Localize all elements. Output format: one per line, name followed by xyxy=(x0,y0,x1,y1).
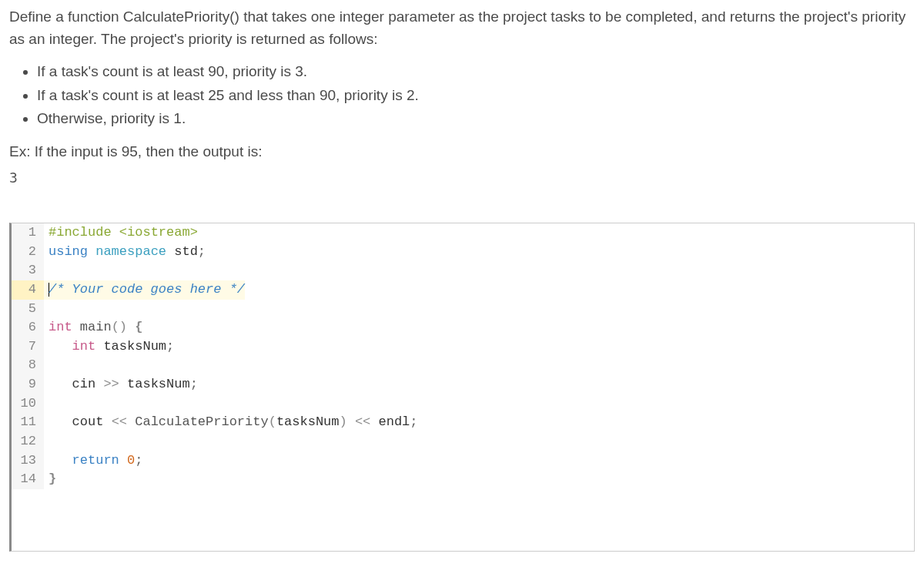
code-content[interactable]: return 0; xyxy=(44,451,142,471)
code-token: >> xyxy=(103,377,127,391)
code-token: namespace xyxy=(95,244,174,259)
code-line[interactable]: 2using namespace std; xyxy=(12,243,914,262)
line-number: 2 xyxy=(12,243,44,262)
line-number: 5 xyxy=(12,300,44,319)
code-content[interactable] xyxy=(44,394,56,414)
code-line[interactable]: 9 cin >> tasksNum; xyxy=(12,375,914,394)
code-token: 0 xyxy=(127,453,135,468)
code-line[interactable]: 14} xyxy=(12,470,914,489)
code-line[interactable]: 11 cout << CalculatePriority(tasksNum) <… xyxy=(12,413,914,432)
code-token: << xyxy=(112,414,136,429)
line-number: 12 xyxy=(12,432,44,451)
code-token: <iostream> xyxy=(119,225,198,240)
code-content[interactable]: int main() { xyxy=(44,318,142,337)
line-number: 3 xyxy=(12,261,44,280)
code-token: tasksNum xyxy=(127,377,190,391)
code-token: tasksNum xyxy=(276,414,340,429)
code-token xyxy=(49,339,72,354)
rule-item: Otherwise, priority is 1. xyxy=(37,108,915,130)
code-token: ; xyxy=(135,453,142,468)
example-output: 3 xyxy=(9,167,915,188)
code-content[interactable] xyxy=(44,300,56,319)
code-line[interactable]: 1#include <iostream> xyxy=(12,223,914,243)
code-token: main xyxy=(80,320,112,334)
line-number: 9 xyxy=(12,375,44,394)
line-number: 6 xyxy=(12,318,44,337)
rule-item: If a task's count is at least 90, priori… xyxy=(37,61,915,83)
code-token: endl xyxy=(379,414,410,429)
line-number: 1 xyxy=(12,223,44,243)
code-line[interactable]: 5 xyxy=(12,300,914,319)
code-token: CalculatePriority xyxy=(135,414,268,429)
code-token: { xyxy=(135,320,142,334)
code-content[interactable] xyxy=(44,432,56,451)
code-content[interactable]: } xyxy=(44,470,56,489)
code-token: std xyxy=(174,244,198,259)
line-number: 13 xyxy=(12,451,44,471)
code-line[interactable]: 10 xyxy=(12,394,914,414)
code-token: ( xyxy=(269,414,276,429)
code-token: return xyxy=(72,453,127,468)
code-token: << xyxy=(355,414,379,429)
code-token: /* Your code goes here */ xyxy=(49,282,245,297)
code-token: int xyxy=(72,339,104,354)
code-line[interactable]: 8 xyxy=(12,356,914,375)
code-line[interactable]: 3 xyxy=(12,261,914,280)
code-token: int xyxy=(49,320,80,334)
code-editor[interactable]: 1#include <iostream>2using namespace std… xyxy=(9,223,915,552)
code-content[interactable]: using namespace std; xyxy=(44,243,206,262)
line-number: 4 xyxy=(12,280,44,300)
code-line[interactable]: 7 int tasksNum; xyxy=(12,337,914,357)
problem-para1: Define a function CalculatePriority() th… xyxy=(9,6,915,50)
code-line[interactable]: 6int main() { xyxy=(12,318,914,337)
code-token: ) xyxy=(340,414,355,429)
code-token: () xyxy=(112,320,136,334)
rule-item: If a task's count is at least 25 and les… xyxy=(37,85,915,107)
line-number: 11 xyxy=(12,413,44,432)
code-line[interactable]: 4/* Your code goes here */ xyxy=(12,280,914,300)
code-content[interactable] xyxy=(44,356,56,375)
code-token: ; xyxy=(190,377,198,391)
code-line[interactable]: 12 xyxy=(12,432,914,451)
code-content[interactable]: cout << CalculatePriority(tasksNum) << e… xyxy=(44,413,418,432)
code-token xyxy=(49,453,72,468)
code-token: using xyxy=(49,244,95,259)
code-content[interactable]: /* Your code goes here */ xyxy=(44,280,245,300)
line-number: 7 xyxy=(12,337,44,357)
problem-statement: Define a function CalculatePriority() th… xyxy=(9,6,915,188)
line-number: 10 xyxy=(12,394,44,414)
code-token: cout xyxy=(49,414,112,429)
code-token: } xyxy=(49,471,56,486)
code-line[interactable]: 13 return 0; xyxy=(12,451,914,471)
example-intro: Ex: If the input is 95, then the output … xyxy=(9,141,915,163)
code-token: ; xyxy=(410,414,417,429)
code-token: cin xyxy=(49,377,103,391)
code-content[interactable] xyxy=(44,261,56,280)
line-number: 8 xyxy=(12,356,44,375)
code-token: ; xyxy=(166,339,174,354)
line-number: 14 xyxy=(12,470,44,489)
code-content[interactable]: cin >> tasksNum; xyxy=(44,375,198,394)
code-token: tasksNum xyxy=(103,339,166,354)
code-token: ; xyxy=(198,244,206,259)
code-content[interactable]: int tasksNum; xyxy=(44,337,174,357)
code-token: #include xyxy=(49,225,119,240)
code-content[interactable]: #include <iostream> xyxy=(44,223,198,243)
priority-rules-list: If a task's count is at least 90, priori… xyxy=(37,61,915,130)
